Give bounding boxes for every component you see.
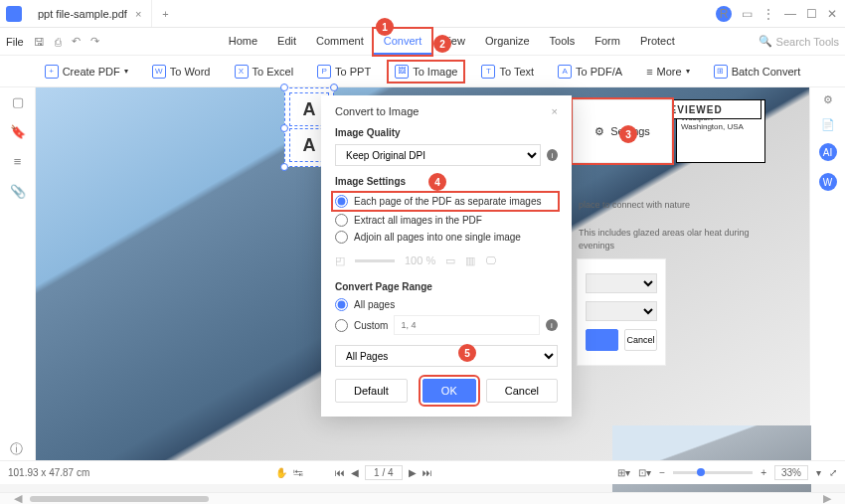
info-icon-2[interactable]: i [546,319,558,331]
subpanel-cancel-button[interactable]: Cancel [624,329,657,351]
first-page-icon[interactable]: ⏮ [335,467,345,478]
scroll-left-icon[interactable]: ◀ [14,492,22,504]
scroll-right-icon[interactable]: ▶ [823,492,831,504]
bookmarks-icon[interactable]: 🔖 [10,123,26,139]
to-pdfa-button[interactable]: ATo PDF/A [552,62,628,82]
menubar: File 🖫 ⎙ ↶ ↷ Home Edit Comment Convert V… [0,28,845,56]
dialog-close-icon[interactable]: × [552,105,558,117]
close-tab-icon[interactable]: × [135,8,141,20]
radio-adjoin-single[interactable]: Adjoin all pages into one single image [335,231,558,244]
attachments-icon[interactable]: 📎 [10,183,26,199]
crop-tool-icon[interactable]: ◰ [335,254,345,267]
save-icon[interactable]: 🖫 [34,36,45,48]
hand-tool-icon[interactable]: ✋ [275,467,287,478]
document-tab[interactable]: ppt file-sample.pdf × [28,0,152,27]
callout-marker-1: 1 [376,18,394,36]
menu-edit[interactable]: Edit [267,29,306,55]
scrollbar-thumb[interactable] [30,496,209,502]
page-indicator[interactable]: 1 / 4 [365,465,402,480]
radio-all-pages[interactable]: All pages [335,298,558,311]
help-icon[interactable]: ⓘ [10,440,23,458]
menu-organize[interactable]: Organize [475,29,540,55]
convert-range-label: Convert Page Range [335,281,558,292]
ok-button[interactable]: OK [422,379,476,403]
zoom-dropdown-icon[interactable]: ▾ [816,467,821,478]
menu-form[interactable]: Form [585,29,630,55]
search-placeholder: Search Tools [776,36,839,48]
prev-page-icon[interactable]: ◀ [351,467,359,478]
format-select-2[interactable] [586,301,657,321]
menu-comment[interactable]: Comment [306,29,374,55]
zoom-out-icon[interactable]: − [659,467,665,478]
window-titlebar: ppt file-sample.pdf × + R ▭ ⋮ ― ☐ ✕ [0,0,845,28]
gear-icon: ⚙ [594,125,604,138]
zoom-level[interactable]: 33% [774,465,808,480]
kebab-icon[interactable]: ⋮ [762,7,774,21]
callout-marker-5: 5 [458,344,476,362]
select-tool-icon[interactable]: ⭾ [293,467,303,478]
quick-access-toolbar: File 🖫 ⎙ ↶ ↷ [6,35,99,48]
outline-icon[interactable]: ≡ [10,153,26,169]
subpanel-confirm-button[interactable] [586,329,618,351]
last-page-icon[interactable]: ⏭ [422,467,432,478]
ai-tool-icon[interactable]: AI [819,143,837,161]
print-icon[interactable]: ⎙ [55,36,62,48]
more-button[interactable]: ≡More▾ [640,63,695,81]
format-select-1[interactable] [586,273,657,293]
zoom-value: 100 % [405,254,435,266]
menu-protect[interactable]: Protect [630,29,685,55]
cancel-button[interactable]: Cancel [486,379,558,403]
undo-icon[interactable]: ↶ [72,35,81,48]
adjust-icon[interactable]: ⚙ [823,93,833,106]
app-menu-icon[interactable]: ▭ [742,7,753,21]
fullscreen-icon[interactable]: ⤢ [829,467,837,478]
menu-home[interactable]: Home [219,29,267,55]
callout-marker-2: 2 [433,35,451,53]
maximize-icon[interactable]: ☐ [806,7,817,21]
convert-to-image-dialog: Convert to Image × Image Quality Keep Or… [321,95,572,417]
share-panel-icon[interactable]: 📄 [821,118,835,131]
fit-layout-icon[interactable]: ⊞▾ [617,467,630,478]
display-icon[interactable]: 🖵 [485,254,496,266]
to-word-button[interactable]: WTo Word [146,62,217,82]
redo-icon[interactable]: ↷ [90,35,99,48]
zoom-slider[interactable] [673,471,753,474]
to-ppt-button[interactable]: PTo PPT [311,62,377,82]
image-quality-select[interactable]: Keep Original DPI [335,144,541,166]
horizontal-scrollbar[interactable]: ◀ ▶ [0,492,845,504]
radio-each-page[interactable]: Each page of the PDF as separate images [333,193,558,210]
zoom-in-icon[interactable]: + [760,467,766,478]
layout-icon-2[interactable]: ▥ [465,254,475,267]
minimize-icon[interactable]: ― [784,7,796,21]
convert-toolbar: +Create PDF▾ WTo Word XTo Excel PTo PPT … [0,56,845,87]
format-subpanel: Cancel [577,258,666,366]
user-avatar-icon[interactable]: R [716,6,732,22]
fit-page-icon[interactable]: ⊡▾ [638,467,651,478]
word-tool-icon[interactable]: W [819,173,837,191]
radio-custom-pages[interactable]: Custom [335,319,388,332]
close-window-icon[interactable]: ✕ [827,7,837,21]
to-image-button[interactable]: 🖼To Image [389,62,463,82]
file-menu[interactable]: File [6,36,24,48]
to-excel-button[interactable]: XTo Excel [229,62,300,82]
menu-tools[interactable]: Tools [540,29,586,55]
to-text-button[interactable]: TTo Text [475,62,540,82]
dialog-title: Convert to Image [335,105,419,117]
image-settings-label: Image Settings [335,176,558,187]
status-bar: 101.93 x 47.87 cm ✋ ⭾ ⏮ ◀ 1 / 4 ▶ ⏭ ⊞▾ ⊡… [0,460,845,484]
custom-pages-input[interactable] [394,315,540,335]
layout-icon-1[interactable]: ▭ [445,254,455,267]
thumbnails-icon[interactable]: ▢ [10,93,26,109]
batch-convert-button[interactable]: ⊞Batch Convert [708,62,807,82]
create-pdf-button[interactable]: +Create PDF▾ [39,62,134,82]
search-tools[interactable]: 🔍 Search Tools [759,35,839,48]
page-range-select[interactable]: All Pages [335,345,558,367]
zoom-slider-disabled [355,259,395,262]
image-tool-row: ◰ 100 % ▭ ▥ 🖵 [335,250,558,271]
next-page-icon[interactable]: ▶ [409,467,417,478]
image-quality-label: Image Quality [335,127,558,138]
radio-extract-images[interactable]: Extract all images in the PDF [335,214,558,227]
default-button[interactable]: Default [335,379,408,403]
add-tab-button[interactable]: + [152,8,178,20]
info-icon[interactable]: i [547,149,558,161]
